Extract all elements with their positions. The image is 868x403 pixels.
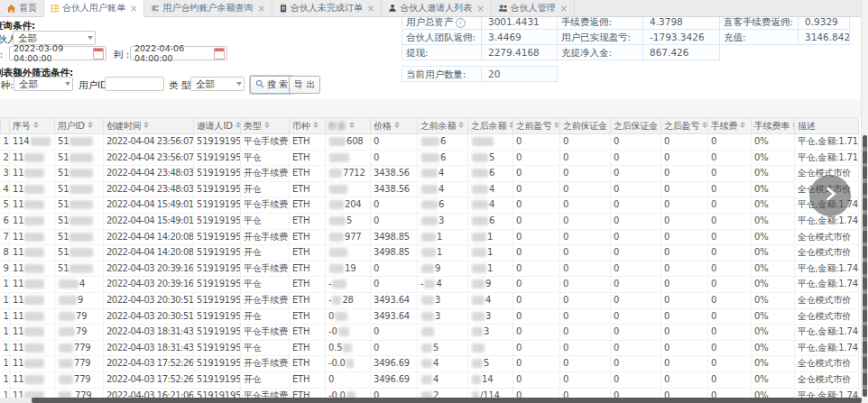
close-icon[interactable]: × (257, 4, 264, 14)
cell-coin: ETH (290, 277, 326, 293)
redacted-blur (472, 327, 483, 336)
column-header-created[interactable]: 创建时间 (104, 118, 194, 134)
cell-coin: ETH (290, 292, 326, 308)
calendar-icon[interactable] (93, 48, 104, 60)
cell-user_id: 51 (55, 213, 104, 229)
redacted-blur (472, 200, 488, 209)
redacted-blur (421, 216, 438, 225)
calendar-icon[interactable] (214, 48, 225, 60)
cell-margin_before: 0 (560, 213, 611, 229)
cell-fee_rate: 0% (752, 261, 795, 277)
cell-fee_rate: 0% (752, 356, 795, 372)
column-header-inviter[interactable]: 邀请人ID (194, 118, 241, 134)
column-header-price[interactable]: 价格 (371, 118, 418, 134)
close-icon[interactable]: × (130, 4, 137, 14)
redacted-blur (472, 185, 488, 194)
cell-desc: 平仓,金额:1.71 (795, 134, 859, 151)
coin-label: 币 种: (0, 79, 14, 92)
cell-desc: 全仓模式市价 (795, 229, 859, 245)
column-header-fee[interactable]: 手续费 (708, 118, 752, 134)
cell-fee_rate: 0% (752, 134, 795, 151)
vertical-scrollbar-thumb[interactable] (863, 135, 867, 397)
date-to-input[interactable]: 2022-04-06 04:00:00 (130, 46, 227, 60)
redacted-blur (421, 153, 439, 162)
table-row: 1311792022-04-03 18:31:4351919195平仓手续费ET… (1, 325, 859, 341)
cell-type: 平仓手续费 (241, 134, 290, 151)
cell-idx: 1 (1, 134, 10, 151)
export-button[interactable]: 导 出 (289, 76, 320, 94)
tab-partner-user-bill[interactable]: 合伙人用户账单× (44, 0, 144, 17)
cell-coin: ETH (290, 229, 326, 245)
column-header-serial[interactable]: 序号 (10, 118, 55, 134)
userid-input[interactable] (105, 77, 164, 91)
cell-bal_after: 1 (468, 261, 513, 277)
sort-icon (554, 122, 559, 128)
cell-user_id: 51 (55, 197, 104, 214)
cell-bal_after: 3 (468, 325, 513, 341)
horizontal-scrollbar-thumb[interactable] (32, 398, 862, 403)
cell-fee_rate: 0% (752, 371, 795, 388)
summary-value: -1793.3426 (642, 29, 720, 45)
cell-pl_after: 0 (661, 277, 708, 293)
sort-icon (264, 122, 270, 128)
vertical-scrollbar[interactable] (861, 0, 868, 403)
redacted-blur (329, 185, 347, 194)
redacted-blur (24, 375, 44, 384)
horizontal-scrollbar[interactable] (0, 398, 862, 403)
column-header-fee_rate[interactable]: 手续费率 (752, 118, 795, 134)
column-header-pl_after[interactable]: 之后盈亏 (661, 118, 708, 134)
cell-pl_before: 0 (513, 150, 560, 166)
cell-bal_before: 6 (418, 134, 468, 151)
cell-coin: ETH (290, 371, 326, 388)
tab-partner-management[interactable]: 合伙人管理× (492, 0, 575, 16)
column-header-margin_after[interactable]: 之后保证金 (611, 118, 661, 134)
cell-margin_before: 0 (560, 277, 611, 293)
cell-pl_before: 0 (513, 245, 560, 261)
type-select[interactable]: 全部 (190, 77, 245, 91)
search-button[interactable]: 搜 索 (250, 76, 293, 94)
redacted-blur (472, 137, 494, 146)
cell-desc: 全仓模式市价 (795, 245, 859, 261)
close-icon[interactable]: × (367, 4, 374, 14)
table-row: 711512022-04-04 14:20:0851919195开仓手续费ETH… (1, 229, 859, 245)
cell-type: 开仓 (241, 181, 290, 197)
column-header-type[interactable]: 类型 (241, 118, 290, 134)
tab-partner-inviter-list[interactable]: 合伙人邀请人列表× (382, 0, 491, 16)
column-header-coin[interactable]: 币种 (290, 118, 326, 134)
scroll-right-button[interactable] (809, 175, 851, 216)
cell-user_id: 79 (55, 325, 104, 341)
column-header-pl_before[interactable]: 之前盈亏 (513, 118, 560, 134)
date-from-input[interactable]: 2022-03-09 04:00:00 (9, 46, 106, 60)
cell-inviter: 51919195 (194, 229, 241, 245)
cell-pl_before: 0 (513, 371, 560, 388)
cell-created: 2022-04-03 17:52:26 (104, 371, 194, 388)
tab-contract-balance-query[interactable]: 用户合约账户余额查询× (144, 0, 272, 16)
cell-user_id: 51 (55, 166, 104, 182)
close-icon[interactable]: × (476, 4, 484, 14)
close-icon[interactable]: × (560, 4, 568, 14)
sort-icon (394, 122, 400, 128)
cell-created: 2022-04-03 18:31:43 (104, 340, 194, 356)
cell-fee_rate: 0% (752, 308, 795, 325)
column-header-user_id[interactable]: 用户ID (55, 118, 104, 134)
column-header-bal_after[interactable]: 之后余额 (468, 118, 513, 134)
tab-partner-unfinished-orders[interactable]: 合伙人未完成订单× (272, 0, 382, 16)
cell-inviter: 51919195 (194, 292, 241, 308)
redacted-blur (69, 185, 93, 194)
cell-idx: 8 (1, 245, 10, 261)
cell-type: 开仓手续费 (241, 229, 290, 245)
column-header-bal_before[interactable]: 之前余额 (418, 118, 468, 134)
summary-label: 合伙人团队返佣: (402, 29, 482, 45)
cell-fee: 0 (708, 340, 752, 356)
tab-home[interactable]: 首页 (0, 0, 44, 16)
column-header-margin_before[interactable]: 之前保证金 (560, 118, 611, 134)
cell-bal_before: 4 (418, 181, 468, 197)
column-header-amount[interactable]: 数量 (326, 118, 371, 134)
redacted-blur (69, 248, 93, 257)
info-icon[interactable]: i (456, 18, 466, 28)
cell-bal_after: 6 (468, 213, 513, 229)
coin-select[interactable]: 全部 (14, 77, 73, 91)
redacted-blur (472, 216, 488, 225)
cell-price: 3496.69 (371, 356, 418, 372)
sort-icon (509, 122, 512, 128)
